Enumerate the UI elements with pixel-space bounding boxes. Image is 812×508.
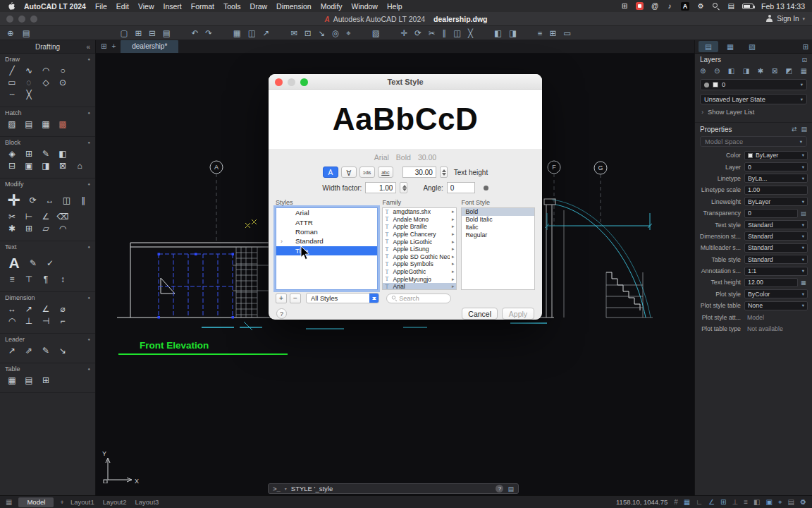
tab-layout3[interactable]: Layout3: [135, 498, 159, 506]
menu-item-draw[interactable]: Draw: [250, 2, 268, 11]
trim-tool-icon[interactable]: ✂: [4, 211, 20, 223]
line-tool-icon[interactable]: ╱: [4, 65, 20, 77]
add-layout-button[interactable]: +: [60, 498, 64, 506]
control-center-icon[interactable]: ▤: [727, 2, 734, 11]
current-layer-dropdown[interactable]: 0 ▾: [700, 79, 807, 90]
sign-in-button[interactable]: Sign In ▾: [765, 15, 805, 23]
annotation-visibility-icon[interactable]: ⌖: [778, 498, 782, 507]
insert-block-tool-icon[interactable]: ◈: [4, 148, 20, 160]
property-value-dropdown[interactable]: ByLa...▾: [744, 174, 808, 183]
palette-tab-properties[interactable]: ▦: [720, 41, 740, 52]
base-point-tool-icon[interactable]: ▣: [20, 160, 37, 172]
at-circle-icon[interactable]: @: [651, 2, 658, 11]
polar-tracking-icon[interactable]: ∠: [708, 498, 715, 507]
styles-list[interactable]: ArialATTRRoman›StandardTitle: [276, 207, 378, 290]
menu-item-view[interactable]: View: [138, 2, 154, 11]
create-block-tool-icon[interactable]: ⊞: [20, 148, 37, 160]
document-tab-dealership[interactable]: dealership*: [121, 40, 178, 53]
toolbar-group-icon[interactable]: ◧: [494, 26, 502, 40]
section-toggle-icon[interactable]: ●: [87, 57, 90, 61]
layer-state-dropdown[interactable]: Unsaved Layer State ▾: [700, 94, 807, 104]
construction-line-tool-icon[interactable]: ┄: [4, 89, 20, 101]
font-style-item-bold-italic[interactable]: Bold Italic: [462, 216, 534, 224]
stretch-tool-icon[interactable]: ↔: [42, 195, 59, 207]
minimize-button[interactable]: [18, 16, 25, 23]
toolbar-ungroup-icon[interactable]: ◨: [509, 26, 517, 40]
object-snap-tracking-icon[interactable]: ⊥: [732, 498, 738, 507]
property-value-field[interactable]: 12.00: [744, 278, 798, 287]
annotation-scale-icon[interactable]: ▣: [765, 498, 772, 507]
explode-tool-icon[interactable]: ✱: [4, 223, 20, 235]
command-line[interactable]: >_ ▾ STYLE '_style ? ▤: [268, 483, 519, 494]
section-toggle-icon[interactable]: ●: [87, 182, 90, 186]
align-leader-tool-icon[interactable]: ↘: [54, 345, 71, 357]
adjust-tool-icon[interactable]: ⌂: [71, 160, 88, 172]
layer-freeze-icon[interactable]: ✱: [758, 67, 763, 75]
erase-tool-icon[interactable]: ⌫: [54, 211, 71, 223]
arc-tool-icon[interactable]: ◠: [37, 65, 54, 77]
toolbar-rotate-icon[interactable]: ⟳: [414, 26, 422, 40]
circle-tool-icon[interactable]: ○: [54, 65, 71, 77]
section-toggle-icon[interactable]: ●: [87, 367, 90, 371]
battery-icon[interactable]: [742, 4, 753, 9]
layer-merge-icon[interactable]: ▦: [801, 67, 807, 75]
palette-tab-reference[interactable]: ▧: [742, 41, 762, 52]
text-align-tool-icon[interactable]: ≡: [4, 274, 20, 286]
upside-down-toggle[interactable]: A: [341, 167, 357, 178]
page-icon[interactable]: ▤: [799, 210, 808, 217]
menu-item-help[interactable]: Help: [387, 2, 402, 11]
font-style-item-italic[interactable]: Italic: [462, 224, 534, 231]
menu-item-modify[interactable]: Modify: [321, 2, 343, 11]
zoom-button[interactable]: [30, 16, 37, 23]
command-history-icon[interactable]: ▤: [508, 485, 514, 492]
tool-set-selector[interactable]: Drafting «: [0, 40, 95, 54]
spotlight-search-icon[interactable]: [712, 2, 720, 10]
polygon-tool-icon[interactable]: ◇: [37, 77, 54, 89]
menu-item-dimension[interactable]: Dimension: [276, 2, 312, 11]
object-snap-icon[interactable]: ⊞: [720, 498, 726, 507]
section-toggle-icon[interactable]: ●: [87, 140, 90, 145]
extend-tool-icon[interactable]: ⊢: [20, 211, 37, 223]
customize-toolbar-icon[interactable]: ⊕: [7, 26, 14, 40]
ortho-mode-icon[interactable]: ∟: [696, 498, 703, 507]
define-attributes-tool-icon[interactable]: ◧: [54, 148, 71, 160]
clip-tool-icon[interactable]: ⊠: [54, 160, 71, 172]
xline-tool-icon[interactable]: ╳: [20, 89, 37, 101]
gradient-tool-icon[interactable]: ▤: [20, 119, 37, 131]
toolbar-list-icon[interactable]: ≡: [538, 26, 543, 40]
rotate-tool-icon[interactable]: ⟳: [25, 195, 42, 207]
settings-gear-icon[interactable]: ⚙: [800, 498, 806, 507]
toolbar-redo-icon[interactable]: ↷: [205, 26, 212, 40]
family-item-apple-chancery[interactable]: TApple Chancery▸: [383, 231, 456, 238]
isolate-objects-icon[interactable]: ◧: [753, 498, 760, 507]
section-toggle-icon[interactable]: ●: [87, 245, 90, 249]
delete-layer-icon[interactable]: ⊖: [714, 67, 720, 75]
search-input[interactable]: [399, 295, 447, 302]
property-value-dropdown[interactable]: 0▾: [744, 162, 808, 171]
chamfer-tool-icon[interactable]: ∠: [37, 211, 54, 223]
paragraph-tool-icon[interactable]: ¶: [37, 274, 54, 286]
style-item-title[interactable]: Title: [276, 246, 377, 255]
toolbar-undo-icon[interactable]: ↶: [192, 26, 199, 40]
property-value-dropdown[interactable]: Standard▾: [744, 220, 808, 229]
style-item-roman[interactable]: Roman: [276, 227, 377, 236]
solid-fill-tool-icon[interactable]: ▩: [54, 119, 71, 131]
match-properties-icon[interactable]: ⇄: [792, 126, 797, 133]
toolbar-plot-icon[interactable]: ▦: [233, 26, 241, 40]
annotative-toggle[interactable]: A: [323, 167, 338, 178]
style-item-standard[interactable]: ›Standard: [276, 236, 377, 246]
show-layer-list-toggle[interactable]: › Show Layer List: [695, 104, 812, 116]
new-layer-icon[interactable]: ⊕: [700, 67, 706, 75]
family-list[interactable]: Tamgdtans.shx▸TAndale Mono▸TApple Braill…: [382, 207, 457, 290]
lineweight-display-icon[interactable]: ≡: [744, 498, 748, 507]
model-tab[interactable]: Model: [18, 497, 54, 507]
text-height-input[interactable]: [402, 167, 436, 178]
add-leader-tool-icon[interactable]: ⇗: [20, 345, 37, 357]
display-icon[interactable]: ⊞: [621, 2, 628, 11]
table-tool-icon[interactable]: ▦: [4, 375, 20, 387]
workspace-switching-icon[interactable]: ▤: [788, 498, 794, 507]
family-item-applegothic[interactable]: TAppleGothic▸: [383, 268, 456, 276]
toolbar-layout-icon[interactable]: ⊡: [304, 26, 312, 40]
text-height-tool-icon[interactable]: ↕: [54, 274, 71, 286]
perpendicular-tool-icon[interactable]: ⊥: [20, 315, 37, 327]
